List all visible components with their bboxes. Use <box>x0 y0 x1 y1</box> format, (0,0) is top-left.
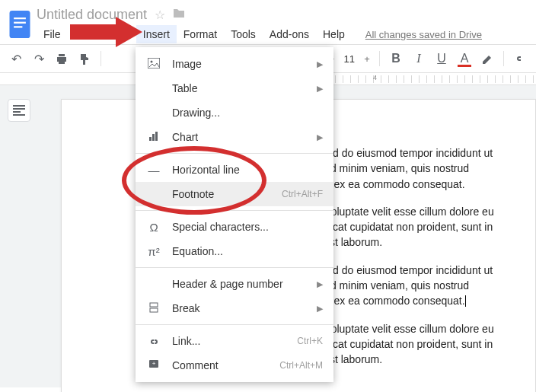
insert-menu-dropdown: Image ▶ Table ▶ Drawing... Chart ▶ — Hor… <box>136 47 333 382</box>
print-icon[interactable] <box>52 49 72 69</box>
svg-rect-6 <box>13 111 21 113</box>
menu-item-break[interactable]: Break ▶ <box>136 296 333 320</box>
menu-item-comment[interactable]: + Comment Ctrl+Alt+M <box>136 353 333 378</box>
docs-logo-icon[interactable] <box>6 6 34 43</box>
svg-rect-7 <box>13 114 25 116</box>
omega-icon: Ω <box>146 221 161 234</box>
svg-rect-4 <box>13 105 25 107</box>
paint-format-icon[interactable] <box>75 49 94 69</box>
save-status[interactable]: All changes saved in Drive <box>365 29 482 40</box>
submenu-arrow-icon: ▶ <box>317 59 323 69</box>
svg-rect-13 <box>150 303 158 307</box>
menu-format[interactable]: Format <box>177 25 224 43</box>
link-icon <box>146 335 161 348</box>
svg-rect-10 <box>149 137 152 141</box>
svg-rect-0 <box>10 11 30 38</box>
submenu-arrow-icon: ▶ <box>317 132 323 142</box>
font-size-value[interactable]: 11 <box>340 53 359 65</box>
menu-item-footnote[interactable]: Footnote Ctrl+Alt+F <box>136 182 333 206</box>
redo-icon[interactable]: ↷ <box>29 49 49 69</box>
underline-button[interactable]: U <box>432 49 451 69</box>
submenu-arrow-icon: ▶ <box>317 279 323 289</box>
star-icon[interactable]: ☆ <box>155 8 165 22</box>
svg-rect-1 <box>14 18 26 19</box>
menu-item-table[interactable]: Table ▶ <box>136 76 333 100</box>
svg-rect-5 <box>13 108 25 110</box>
menu-item-drawing[interactable]: Drawing... <box>136 100 333 125</box>
move-folder-icon[interactable] <box>173 8 185 21</box>
hline-icon: — <box>146 164 161 177</box>
bold-button[interactable]: B <box>386 49 406 69</box>
chart-icon <box>146 131 161 144</box>
shortcut-label: Ctrl+Alt+F <box>282 189 323 199</box>
text-color-button[interactable]: A <box>455 49 474 69</box>
submenu-arrow-icon: ▶ <box>317 84 323 94</box>
outline-toggle-icon[interactable] <box>8 99 30 122</box>
menu-divider <box>136 153 333 154</box>
break-icon <box>146 302 161 315</box>
menu-item-horizontal-line[interactable]: — Horizontal line <box>136 158 333 182</box>
shortcut-label: Ctrl+Alt+M <box>279 360 323 371</box>
menu-item-header-page-number[interactable]: Header & page number ▶ <box>136 272 333 296</box>
insert-link-toolbar-icon[interactable] <box>510 49 530 69</box>
text-cursor <box>465 295 466 307</box>
menu-item-special-characters[interactable]: Ω Special characters... <box>136 215 333 239</box>
annotation-red-arrow <box>70 17 142 50</box>
highlight-icon[interactable] <box>477 49 497 69</box>
menu-item-link[interactable]: Link... Ctrl+K <box>136 329 333 353</box>
italic-button[interactable]: I <box>409 49 429 69</box>
menu-addons[interactable]: Add-ons <box>263 25 316 43</box>
comment-icon: + <box>146 359 161 372</box>
submenu-arrow-icon: ▶ <box>317 304 323 314</box>
menu-item-equation[interactable]: π² Equation... <box>136 239 333 263</box>
menu-item-image[interactable]: Image ▶ <box>136 52 333 76</box>
menu-help[interactable]: Help <box>316 25 352 43</box>
svg-rect-11 <box>152 134 155 141</box>
menu-file[interactable]: File <box>37 25 68 43</box>
svg-rect-3 <box>14 26 22 27</box>
image-icon <box>146 58 161 71</box>
equation-icon: π² <box>146 245 161 258</box>
svg-rect-12 <box>155 132 158 141</box>
menu-divider <box>136 267 333 268</box>
menu-item-chart[interactable]: Chart ▶ <box>136 125 333 149</box>
svg-rect-14 <box>150 308 158 312</box>
undo-icon[interactable]: ↶ <box>6 49 26 69</box>
font-size-increase-icon[interactable]: + <box>361 53 373 65</box>
menu-divider <box>136 210 333 211</box>
menu-divider <box>136 324 333 325</box>
ruler-tick-4: 4 <box>373 74 377 81</box>
svg-point-9 <box>151 60 153 62</box>
svg-text:+: + <box>152 360 156 367</box>
menu-tools[interactable]: Tools <box>224 25 263 43</box>
svg-rect-2 <box>14 22 26 24</box>
shortcut-label: Ctrl+K <box>297 336 323 346</box>
